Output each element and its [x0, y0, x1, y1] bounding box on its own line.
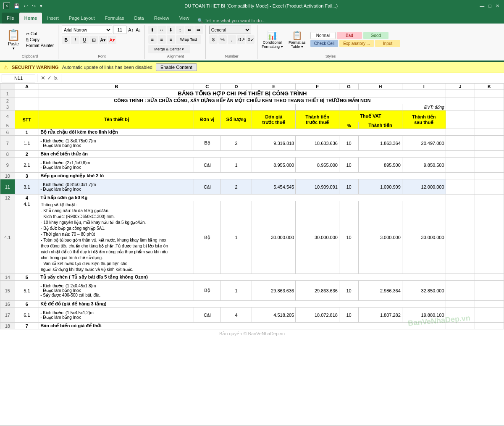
tab-review[interactable]: Review	[149, 13, 174, 24]
cell-11c[interactable]: Cái	[194, 179, 220, 195]
font-name-select[interactable]: Arial Narrow	[62, 26, 112, 34]
cell-9g[interactable]: 10	[339, 158, 358, 173]
cell-3a[interactable]	[15, 104, 39, 110]
merge-center-btn[interactable]: Merge & Center ▾	[148, 45, 190, 53]
cell-14a[interactable]: 5	[15, 274, 39, 281]
cancel-formula-icon[interactable]: ✕	[41, 75, 45, 81]
cell-4d[interactable]: Số lượng	[220, 110, 252, 129]
comma-btn[interactable]: ,	[228, 35, 236, 44]
cell-4f[interactable]: Thành tiềntrước thuế	[296, 110, 339, 129]
dropdown-qa-btn[interactable]: ▾	[39, 3, 44, 10]
cell-10a[interactable]: 3	[15, 173, 39, 179]
tab-file[interactable]: File	[2, 13, 19, 24]
cell-10k[interactable]	[475, 173, 504, 179]
cell-3d[interactable]	[220, 104, 252, 110]
cell-15h[interactable]: 2.986.364	[359, 281, 402, 301]
col-header-g[interactable]: G	[339, 84, 358, 90]
cell-4a[interactable]: STT	[15, 110, 39, 129]
col-header-j[interactable]: J	[446, 84, 475, 90]
cell-2a[interactable]	[15, 97, 39, 104]
tab-view[interactable]: View	[174, 13, 194, 24]
col-header-k[interactable]: K	[475, 84, 504, 90]
cell-11b[interactable]: - Kích thước: (0,81x0,3x1,7)m- Được làm …	[39, 179, 194, 195]
format-painter-button[interactable]: Format Painter	[24, 43, 55, 48]
conditional-formatting-btn[interactable]: 📊 ConditionalFormatting ▾	[261, 29, 284, 50]
cell-7i[interactable]: 20.497.000	[402, 136, 446, 151]
cell-8b[interactable]: Bàn chế biến thức ăn	[39, 151, 446, 158]
cell-18a[interactable]: 7	[15, 323, 39, 329]
tab-formulas[interactable]: Formulas	[100, 13, 129, 24]
align-middle-btn[interactable]: ↔	[158, 26, 166, 34]
cell-5g[interactable]: %	[339, 122, 358, 129]
cell-3e[interactable]	[252, 104, 296, 110]
check-cell-style[interactable]: Check Cell	[310, 40, 338, 47]
bold-button[interactable]: B	[62, 36, 70, 44]
good-style[interactable]: Good	[363, 32, 388, 39]
cell-12k[interactable]	[475, 195, 504, 201]
col-header-i[interactable]: I	[402, 84, 446, 90]
cell-2b[interactable]: CÔNG TRÌNH : SỬA CHỮA CỔNG, XÂY DỰNG BẾP…	[39, 97, 446, 104]
cell-5j[interactable]	[446, 122, 475, 129]
cell-9a[interactable]: 2.1	[15, 158, 39, 173]
cell-17g[interactable]: 10	[339, 308, 358, 323]
align-center-btn[interactable]: ≡	[158, 35, 166, 44]
cell-17d[interactable]: 4	[220, 308, 252, 323]
cell-7g[interactable]: 10	[339, 136, 358, 151]
increase-font-btn[interactable]: A↑	[127, 27, 134, 33]
cell-10b[interactable]: Bếp ga công nghiệp khè 2 lò	[39, 173, 446, 179]
undo-qa-btn[interactable]: ↩	[23, 3, 29, 10]
cell-4e[interactable]: Đơn giátrước thuế	[252, 110, 296, 129]
cell-7c[interactable]: Bộ	[194, 136, 220, 151]
cell-17b[interactable]: - Kích thước: (1,5x4,5x1,2)m- Được làm b…	[39, 308, 194, 323]
explanatory-style[interactable]: Explanatory ...	[339, 40, 374, 47]
cell-11e[interactable]: 5.454.545	[252, 179, 296, 195]
cell-15c[interactable]: Bộ	[194, 281, 220, 301]
confirm-formula-icon[interactable]: ✓	[47, 75, 52, 81]
cell-9c[interactable]: Cái	[194, 158, 220, 173]
cell-41k[interactable]	[475, 201, 504, 274]
col-header-e[interactable]: E	[252, 84, 296, 90]
cell-9f[interactable]: 8.955.000	[296, 158, 339, 173]
cell-2k[interactable]	[475, 97, 504, 104]
cell-7f[interactable]: 18.633.636	[296, 136, 339, 151]
cell-15b[interactable]: - Kích thước: (1,2x0,45x1,8)m- Được làm …	[39, 281, 194, 301]
cell-8a[interactable]: 2	[15, 151, 39, 158]
cell-7b[interactable]: - Kích thước: (1,8x0,75x0,7)m- Được làm …	[39, 136, 194, 151]
cell-15a[interactable]: 5.1	[15, 281, 39, 301]
cell-11j[interactable]	[446, 179, 475, 195]
wrap-text-btn[interactable]: Wrap Text	[176, 35, 201, 44]
input-style[interactable]: Input	[375, 40, 400, 47]
cell-7j[interactable]	[446, 136, 475, 151]
cell-11k[interactable]	[475, 179, 504, 195]
align-left-btn[interactable]: ≡	[148, 35, 157, 44]
cell-9i[interactable]: 9.850.500	[402, 158, 446, 173]
cell-18b[interactable]: Bàn chế biến có giá để thớt	[39, 323, 446, 329]
cell-15g[interactable]: 10	[339, 281, 358, 301]
cell-11a[interactable]: 3.1	[15, 179, 39, 195]
tab-insert[interactable]: Insert	[42, 13, 64, 24]
cell-3g[interactable]	[339, 104, 358, 110]
paste-button[interactable]: 📋 Paste ▾	[4, 28, 23, 51]
cell-11i[interactable]: 12.000.000	[402, 179, 446, 195]
cell-4c[interactable]: Đơn vị	[194, 110, 220, 129]
cell-17e[interactable]: 4.518.205	[252, 308, 296, 323]
cell-6b[interactable]: Bộ rửa chậu đôi kèm theo linh kiện	[39, 129, 446, 136]
col-header-d[interactable]: D	[220, 84, 252, 90]
insert-function-icon[interactable]: fx	[53, 75, 58, 81]
redo-qa-btn[interactable]: ↪	[31, 3, 37, 10]
col-header-a[interactable]: A	[15, 84, 39, 90]
cell-14b[interactable]: Tủ sấy chén ( Tủ sấy bát đĩa 5 tầng khôn…	[39, 274, 446, 281]
cell-41j[interactable]	[446, 201, 475, 274]
cell-16k[interactable]	[475, 301, 504, 308]
cell-3f[interactable]	[296, 104, 339, 110]
cell-4b[interactable]: Tên thiết bị	[39, 110, 194, 129]
cell-18k[interactable]	[475, 323, 504, 329]
cell-1a[interactable]	[15, 90, 39, 97]
quick-access-toolbar[interactable]: 💾 ↩ ↪ ▾	[13, 3, 44, 10]
cell-15f[interactable]: 29.863.636	[296, 281, 339, 301]
tab-data[interactable]: Data	[129, 13, 149, 24]
tab-home[interactable]: Home	[19, 13, 42, 24]
cell-2j[interactable]	[446, 97, 475, 104]
cell-14j[interactable]	[446, 274, 475, 281]
cell-6a[interactable]: 1	[15, 129, 39, 136]
